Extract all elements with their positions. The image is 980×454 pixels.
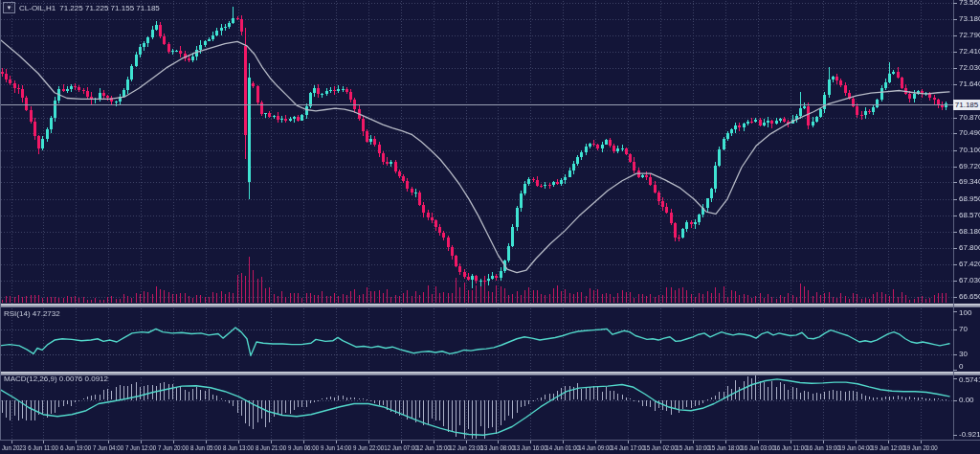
time-tick-label: 9 Jun 22:00 <box>353 444 384 452</box>
time-tick-label: 7 Jun 12:00 <box>125 444 156 452</box>
price-tick-label: 72.410 <box>959 48 980 56</box>
time-tick-label: 7 Jun 04:00 <box>93 444 123 452</box>
time-tick-label: 13 Jun 16:00 <box>514 444 548 452</box>
price-tick-label: 73.180 <box>959 15 980 23</box>
time-tick-label: 14 Jun 01:00 <box>546 444 581 452</box>
price-tick-label: 67.800 <box>959 244 980 252</box>
time-tick-label: 19 Jun 04:00 <box>838 444 873 452</box>
price-tick-label: 71.640 <box>959 80 980 88</box>
macd-level-label: 0.00 <box>959 397 974 404</box>
rsi-level-label: 0 <box>959 363 963 371</box>
time-tick-label: 9 Jun 14:00 <box>321 444 351 452</box>
chart-canvas[interactable] <box>0 0 980 454</box>
time-tick-label: 19 Jun 20:00 <box>903 444 938 452</box>
chart-title-symbol: CL-OIL,H1 <box>19 4 56 12</box>
price-tick-label: 70.490 <box>959 129 980 137</box>
time-tick-label: 12 Jun 23:00 <box>449 444 483 452</box>
time-tick-label: 14 Jun 09:00 <box>578 444 612 452</box>
time-tick-label: 15 Jun 02:00 <box>643 444 678 452</box>
time-tick-label: 16 Jun 03:00 <box>741 444 775 452</box>
time-tick-label: 6 Jun 2023 <box>0 444 26 452</box>
time-tick-label: 13 Jun 08:00 <box>481 444 516 452</box>
rsi-level-label: 30 <box>959 351 968 358</box>
chart-title-ohlc: 71.225 71.225 71.155 71.185 <box>59 4 160 12</box>
price-tick-label: 67.030 <box>959 277 980 284</box>
rsi-level-label: 70 <box>959 326 968 333</box>
rsi-level-label: 100 <box>959 309 971 317</box>
time-tick-label: 8 Jun 05:00 <box>190 444 221 452</box>
time-tick-label: 8 Jun 13:00 <box>223 444 254 452</box>
time-tick-label: 12 Jun 15:00 <box>416 444 451 452</box>
time-tick-label: 6 Jun 19:00 <box>60 444 91 452</box>
trading-chart-window: ▼ CL-OIL,H1 71.225 71.225 71.155 71.185 … <box>0 0 980 454</box>
price-tick-label: 69.340 <box>959 178 980 186</box>
price-tick-label: 72.030 <box>959 64 980 72</box>
macd-level-label: -0.9218 <box>959 431 980 439</box>
price-tick-label: 66.650 <box>959 293 980 301</box>
price-tick-label: 73.560 <box>959 0 980 7</box>
price-tick-label: 69.720 <box>959 163 980 170</box>
time-tick-label: 16 Jun 11:00 <box>773 444 807 452</box>
time-tick-label: 15 Jun 18:00 <box>708 444 743 452</box>
time-tick-label: 16 Jun 19:00 <box>806 444 840 452</box>
time-tick-label: 12 Jun 07:00 <box>384 444 418 452</box>
dropdown-triangle-icon: ▼ <box>7 5 12 11</box>
time-tick-label: 8 Jun 21:00 <box>256 444 286 452</box>
price-tick-label: 68.570 <box>959 212 980 219</box>
time-tick-label: 19 Jun 12:00 <box>871 444 905 452</box>
time-tick-label: 6 Jun 11:00 <box>29 444 59 452</box>
price-tick-label: 67.420 <box>959 261 980 268</box>
price-tick-label: 72.790 <box>959 32 980 39</box>
price-tick-label: 70.870 <box>959 114 980 122</box>
time-tick-label: 14 Jun 17:00 <box>611 444 645 452</box>
price-tick-label: 68.180 <box>959 228 980 236</box>
macd-level-label: 0.5741 <box>959 376 980 384</box>
time-tick-label: 9 Jun 06:00 <box>288 444 319 452</box>
price-tick-label: 68.950 <box>959 195 980 203</box>
time-tick-label: 7 Jun 20:00 <box>158 444 189 452</box>
price-axis[interactable]: 73.56073.18072.79072.41072.03071.64070.8… <box>953 0 980 440</box>
symbol-toolbar: ▼ CL-OIL,H1 71.225 71.225 71.155 71.185 <box>3 2 160 13</box>
time-tick-label: 15 Jun 10:00 <box>676 444 710 452</box>
price-tick-label: 70.100 <box>959 147 980 154</box>
chart-dropdown-button[interactable]: ▼ <box>3 2 15 13</box>
time-axis[interactable]: 6 Jun 20236 Jun 11:006 Jun 19:007 Jun 04… <box>0 440 980 454</box>
